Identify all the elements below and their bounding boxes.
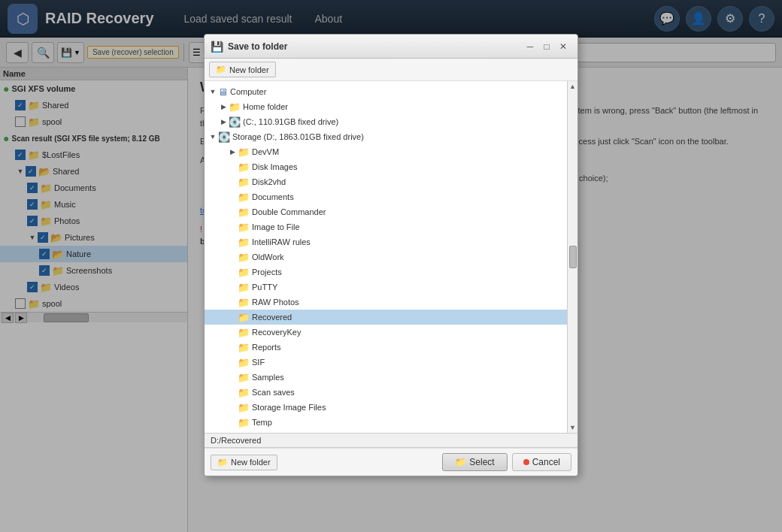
modal-tree-imagetofile[interactable]: 📁 Image to File [205,219,567,234]
cdrive-expand[interactable]: ▶ [218,118,229,125]
computer-icon: 🖥 [218,86,228,98]
intelliraw-icon: 📁 [238,237,250,248]
modal-tree-home[interactable]: ▶ 📁 Home folder [205,99,567,114]
documents-storage-icon: 📁 [238,192,250,203]
putty-icon: 📁 [238,282,250,293]
save-to-folder-modal: 💾 Save to folder ─ □ ✕ 📁 New folder ▼ 🖥 … [204,34,578,476]
modal-tree-diskimages[interactable]: 📁 Disk Images [205,159,567,174]
modal-close-btn[interactable]: ✕ [555,38,571,55]
devvm-expand[interactable]: ▶ [227,148,238,156]
doublecommander-icon: 📁 [238,207,250,218]
storageimages-icon: 📁 [238,402,250,413]
putty-label: PuTTY [252,283,277,292]
storage-expand[interactable]: ▼ [208,133,218,141]
diskimages-icon: 📁 [238,162,250,173]
modal-tree-recoverykey[interactable]: 📁 RecoveryKey [205,325,567,340]
doublecommander-label: Double Commander [252,207,326,216]
cdrive-icon: 💽 [229,116,241,128]
modal-tree-computer[interactable]: ▼ 🖥 Computer [205,84,567,99]
modal-titlebar: 💾 Save to folder ─ □ ✕ [205,35,577,59]
devvm-folder-icon: 📁 [238,147,250,158]
reports-icon: 📁 [238,342,250,353]
disk2vhd-icon: 📁 [238,177,250,188]
modal-tree-intelliraw[interactable]: 📁 IntelliRAW rules [205,234,567,249]
modal-tree-recovered[interactable]: 📁 Recovered [205,310,567,325]
samples-icon: 📁 [238,372,250,383]
modal-new-folder-btn[interactable]: 📁 New folder [209,62,276,77]
modal-footer-new-folder-btn[interactable]: 📁 New folder [211,455,277,470]
modal-path-text: D:/Recovered [211,436,261,445]
modal-toolbar: 📁 New folder [205,59,577,81]
disk2vhd-label: Disk2vhd [252,177,286,186]
recovered-label: Recovered [252,313,292,322]
modal-tree-devvm[interactable]: ▶ 📁 DevVM [205,144,567,159]
rawphotos-label: RAW Photos [252,298,299,307]
modal-path-bar: D:/Recovered [205,433,577,448]
recoverykey-icon: 📁 [238,327,250,338]
modal-tree-rawphotos[interactable]: 📁 RAW Photos [205,295,567,310]
footer-new-folder-label: New folder [231,458,271,467]
projects-icon: 📁 [238,267,250,278]
modal-overlay: 💾 Save to folder ─ □ ✕ 📁 New folder ▼ 🖥 … [0,0,782,532]
modal-scrollbar[interactable]: ▲ ▼ [567,81,577,433]
new-folder-label: New folder [229,65,269,74]
modal-title: Save to folder [228,41,522,52]
scroll-down-arrow[interactable]: ▼ [569,424,576,431]
storage-icon: 💽 [218,131,230,143]
samples-label: Samples [252,373,284,382]
select-button[interactable]: 📁 Select [442,453,507,471]
modal-tree-doublecommander[interactable]: 📁 Double Commander [205,204,567,219]
home-label: Home folder [243,102,288,111]
scroll-thumb[interactable] [569,246,577,268]
scansaves-label: Scan saves [252,388,295,397]
modal-tree-scansaves[interactable]: 📁 Scan saves [205,385,567,400]
modal-tree-samples[interactable]: 📁 Samples [205,370,567,385]
oldwork-icon: 📁 [238,252,250,263]
computer-expand[interactable]: ▼ [208,88,218,95]
temp-label: Temp [252,418,272,427]
intelliraw-label: IntelliRAW rules [252,237,311,246]
modal-title-icon: 💾 [211,41,223,53]
modal-tree-projects[interactable]: 📁 Projects [205,264,567,280]
modal-tree-putty[interactable]: 📁 PuTTY [205,280,567,295]
modal-tree-storageimages[interactable]: 📁 Storage Image Files [205,400,567,415]
projects-label: Projects [252,268,282,277]
oldwork-label: OldWork [252,252,284,261]
sif-icon: 📁 [238,357,250,368]
modal-maximize-btn[interactable]: □ [538,38,555,55]
modal-tree-disk2vhd[interactable]: 📁 Disk2vhd [205,174,567,189]
cancel-button[interactable]: Cancel [512,453,571,471]
scroll-up-arrow[interactable]: ▲ [569,83,576,90]
modal-minimize-btn[interactable]: ─ [522,38,538,55]
recoverykey-label: RecoveryKey [252,328,301,337]
modal-tree-panel: ▼ 🖥 Computer ▶ 📁 Home folder ▶ 💽 (C:, 11… [205,81,567,433]
modal-tree-sif[interactable]: 📁 SIF [205,355,567,370]
imagetofile-label: Image to File [252,222,300,231]
cdrive-label: (C:, 110.91GB fixed drive) [243,117,338,126]
modal-footer: 📁 New folder 📁 Select Cancel [205,448,577,476]
home-folder-icon: 📁 [229,101,241,113]
home-expand[interactable]: ▶ [218,103,229,110]
modal-tree-temp[interactable]: 📁 Temp [205,415,567,430]
footer-new-folder-icon: 📁 [217,458,228,467]
recovered-icon: 📁 [238,312,250,323]
diskimages-label: Disk Images [252,162,298,171]
select-folder-icon: 📁 [455,457,466,467]
scansaves-icon: 📁 [238,387,250,398]
modal-tree-documents-storage[interactable]: 📁 Documents [205,189,567,204]
rawphotos-icon: 📁 [238,297,250,308]
modal-tree-storage[interactable]: ▼ 💽 Storage (D:, 1863.01GB fixed drive) [205,129,567,144]
sif-label: SIF [252,358,265,367]
new-folder-icon: 📁 [216,65,226,74]
imagetofile-icon: 📁 [238,222,250,233]
modal-tree-cdrive[interactable]: ▶ 💽 (C:, 110.91GB fixed drive) [205,114,567,129]
storageimages-label: Storage Image Files [252,403,326,412]
computer-label: Computer [230,87,266,96]
modal-tree-oldwork[interactable]: 📁 OldWork [205,249,567,264]
documents-storage-label: Documents [252,192,294,201]
select-label: Select [469,457,494,467]
modal-tree-reports[interactable]: 📁 Reports [205,340,567,355]
storage-label: Storage (D:, 1863.01GB fixed drive) [232,132,364,141]
cancel-label: Cancel [532,457,560,467]
cancel-dot [523,459,529,465]
